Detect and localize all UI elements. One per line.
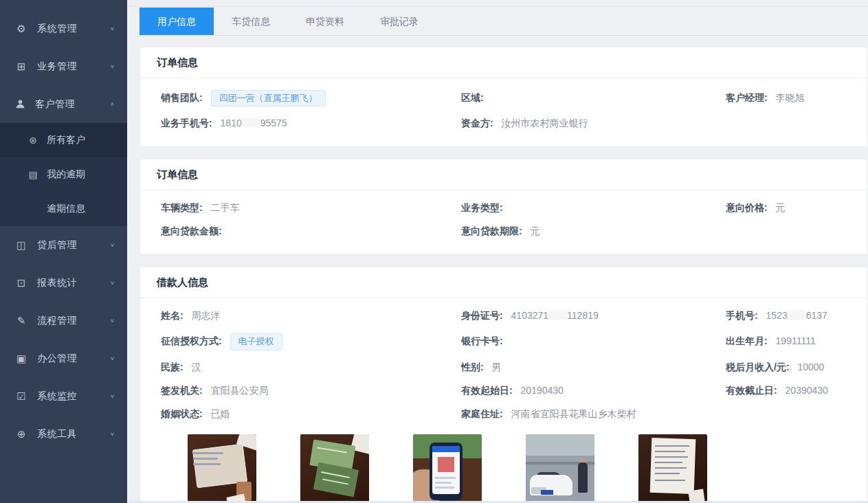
edit-doc-icon: ✎ (15, 315, 27, 327)
chevron-down-icon: ∨ (110, 280, 115, 286)
field-value: 二手车 (211, 202, 240, 213)
book-icon: ◫ (15, 239, 27, 252)
field-value: 95575 (260, 118, 287, 128)
field-value: 元 (531, 225, 540, 236)
field-label: 区域: (461, 92, 484, 103)
field-label: 资金方: (461, 118, 493, 128)
field-value: 汉 (192, 361, 201, 372)
field-value: 宜阳县公安局 (211, 385, 269, 396)
sidebar-item-label: 客户管理 (35, 98, 110, 111)
office-icon: ▣ (15, 353, 27, 365)
green-booklet-photo[interactable] (300, 434, 369, 503)
tab-user-info[interactable]: 用户信息 (140, 8, 214, 35)
field-label: 银行卡号: (461, 335, 503, 346)
card-title: 借款人信息 (140, 267, 867, 298)
photo-person-with-car[interactable]: 人车合影 (526, 434, 594, 503)
wheel-icon: ⊛ (27, 135, 38, 146)
document-photo[interactable] (638, 434, 707, 503)
car-person-photo[interactable] (526, 434, 594, 503)
field-value: 20390430 (786, 385, 828, 396)
sidebar-item-label: 我的逾期 (47, 168, 85, 181)
sidebar-item-label: 系统工具 (37, 428, 110, 440)
sidebar-item-overdue-info[interactable]: 逾期信息 (0, 192, 127, 226)
field-vehicle-type: 车辆类型: 二手车 (161, 202, 461, 214)
sidebar-item-all-customers[interactable]: ⊛ 所有客户 (0, 123, 127, 157)
field-valid-from: 有效起始日: 20190430 (461, 385, 726, 397)
field-value: 10000 (797, 361, 824, 372)
field-value: 男 (492, 361, 502, 372)
sidebar-item-system-monitor[interactable]: ☑ 系统监控 ∨ (0, 377, 127, 415)
sidebar-item-office-management[interactable]: ▣ 办公管理 ∨ (0, 339, 127, 377)
sidebar: ⚙ 系统管理 ∨ ⊞ 业务管理 ∨ 客户管理 ∧ ⊛ 所有客户 ▤ 我的逾期 (0, 0, 127, 503)
field-label: 性别: (461, 361, 484, 372)
chevron-down-icon: ∨ (110, 63, 115, 69)
field-label: 家庭住址: (461, 408, 503, 419)
sidebar-item-label: 系统监控 (37, 390, 110, 403)
credit-auth-tag: 电子授权 (230, 333, 282, 350)
field-value: 1523 (766, 310, 788, 321)
field-label: 手机号: (726, 310, 758, 321)
field-value: 4103271 (511, 310, 549, 321)
borrower-photo-row: 个人照 驾驶证正副页 (161, 426, 851, 503)
field-label: 税后月收入/元: (726, 361, 790, 372)
field-value: 已婚 (211, 408, 230, 419)
tab-loan-application-docs[interactable]: 申贷资料 (288, 8, 362, 35)
field-value: 河南省宜阳县花果山乡木柴村 (511, 408, 636, 419)
field-bank-card: 银行卡号: (461, 335, 726, 348)
field-value: 112819 (567, 310, 599, 321)
sidebar-item-system-tools[interactable]: ⊕ 系统工具 ∨ (0, 415, 127, 453)
field-label: 车辆类型: (161, 202, 203, 213)
phone-qr-photo[interactable] (413, 434, 482, 503)
order-info-card-2: 订单信息 车辆类型: 二手车 业务类型: 意向价格: 元 (140, 159, 868, 255)
borrower-info-card: 借款人信息 姓名: 周志洋 身份证号: 4103271112819 手机号: (140, 267, 868, 503)
notebook-icon: ▤ (27, 169, 38, 180)
field-marital-status: 婚姻状态: 已婚 (161, 408, 461, 421)
field-value: 汝州市农村商业银行 (502, 118, 588, 128)
sidebar-item-process-management[interactable]: ✎ 流程管理 ∨ (0, 302, 127, 339)
photo-id-card[interactable]: 个人照 (188, 434, 256, 503)
top-header-strip (127, 0, 868, 7)
sidebar-item-label: 流程管理 (37, 315, 110, 327)
monitor-check-icon: ☑ (15, 390, 27, 403)
field-funder: 资金方: 汝州市农村商业银行 (461, 118, 726, 130)
sidebar-item-report-statistics[interactable]: ⊡ 报表统计 ∨ (0, 264, 127, 302)
sidebar-item-my-overdue[interactable]: ▤ 我的逾期 (0, 157, 127, 192)
field-label: 有效起始日: (461, 385, 513, 396)
field-business-phone: 业务手机号: 181095575 (161, 118, 461, 130)
field-sales-team: 销售团队: 四团一营（直属王鹏飞） (161, 90, 461, 107)
field-label: 出生年月: (726, 335, 768, 346)
card-title: 订单信息 (140, 47, 867, 78)
field-label: 业务手机号: (161, 118, 212, 128)
user-icon (15, 99, 25, 109)
field-id-number: 身份证号: 4103271112819 (461, 310, 726, 322)
sidebar-item-business-management[interactable]: ⊞ 业务管理 ∨ (0, 47, 127, 85)
toolbox-icon: ⊕ (15, 428, 27, 440)
photo-license-booklet[interactable]: 驾驶证正副页 (300, 434, 369, 503)
field-value: 6137 (806, 310, 827, 321)
field-label: 客户经理: (726, 92, 768, 103)
sidebar-item-label: 业务管理 (37, 60, 110, 73)
field-gender: 性别: 男 (461, 361, 726, 374)
field-value: 19911111 (776, 335, 816, 346)
field-loan-amount: 意向贷款金额: (161, 225, 461, 238)
sidebar-item-label: 系统管理 (37, 23, 110, 35)
field-ethnicity: 民族: 汉 (161, 361, 461, 374)
field-label: 销售团队: (161, 92, 203, 103)
field-birth-date: 出生年月: 19911111 (726, 335, 851, 348)
sidebar-item-postloan-management[interactable]: ◫ 贷后管理 ∨ (0, 226, 127, 264)
field-label: 姓名: (161, 310, 183, 321)
monitor-icon: ⊡ (15, 277, 27, 289)
field-value: 周志洋 (192, 310, 221, 321)
chevron-down-icon: ∨ (110, 431, 115, 437)
chevron-down-icon: ∨ (110, 242, 115, 248)
sidebar-item-customer-management[interactable]: 客户管理 ∧ (0, 85, 127, 123)
field-home-address: 家庭住址: 河南省宜阳县花果山乡木柴村 (461, 408, 726, 421)
sidebar-item-system-management[interactable]: ⚙ 系统管理 ∨ (0, 10, 127, 47)
tab-approval-records[interactable]: 审批记录 (362, 8, 436, 35)
photo-phone-qr[interactable]: 授权信息 (413, 434, 482, 503)
main-content: 用户信息 车贷信息 申贷资料 审批记录 订单信息 销售团队: 四团一营（直属王鹏… (127, 0, 868, 503)
tab-car-loan-info[interactable]: 车贷信息 (214, 8, 288, 35)
photo-handwritten-doc[interactable]: 其他材料 (638, 434, 707, 503)
id-card-photo[interactable] (188, 434, 256, 503)
card-title: 订单信息 (140, 159, 867, 190)
